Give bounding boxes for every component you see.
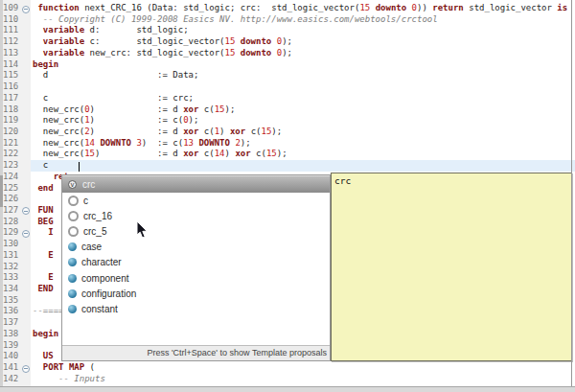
line-number[interactable]: 128 [0,217,31,228]
completion-item-selected[interactable]: v crc [62,175,330,193]
code-line[interactable]: -- Copyright (C) 1999-2008 Easics NV. ht… [31,14,575,26]
fold-marker-icon[interactable] [22,207,30,215]
completion-item[interactable]: crc_5 [62,223,330,239]
code-line[interactable]: begin [31,59,575,71]
code-line[interactable]: c := crc; [31,93,575,104]
keyword-icon [68,305,77,313]
code-line[interactable]: new_crc(1) := c(0); [31,115,575,127]
line-number[interactable]: 112 [0,36,31,48]
line-number[interactable]: 115 [0,70,31,81]
line-number[interactable]: 110 [0,14,31,26]
line-number[interactable]: 131 [0,250,31,262]
completion-item-label: crc [82,179,95,190]
line-number[interactable]: 137 [0,317,31,329]
identifier-icon [68,196,79,206]
line-number[interactable]: 111 [0,25,31,36]
line-number[interactable]: 138 [0,329,31,340]
code-line[interactable] [31,81,575,93]
completion-item[interactable]: case [62,240,330,255]
keyword-icon [68,242,77,251]
line-number[interactable]: 140 [0,351,31,362]
completion-item-label: crc_16 [83,211,112,221]
code-line[interactable]: new_crc(2) := d xor c(1) xor c(15); [31,127,575,138]
window-bottom-edge [0,386,575,392]
doc-tooltip-panel: crc [331,173,572,361]
code-line[interactable]: c [31,160,575,172]
text-caret [79,162,80,172]
completion-item-label: crc_5 [83,226,106,237]
completion-status-bar: Press 'Ctrl+Space' to show Template prop… [62,345,330,360]
code-line[interactable]: PORT MAP ( [31,362,575,374]
keyword-icon [68,274,77,283]
editor-right-border [571,0,572,386]
code-line[interactable]: variable new_crc: std_logic_vector(15 do… [31,48,575,59]
fold-marker-icon[interactable] [22,230,30,238]
line-number[interactable]: 126 [0,194,31,205]
completion-item-label: character [81,257,122,267]
line-number[interactable]: 113 [0,48,31,59]
completion-item[interactable]: configuration [62,286,330,301]
line-number[interactable]: 114 [0,59,31,71]
code-line[interactable]: d := Data; [31,70,575,81]
line-number[interactable]: 122 [0,149,31,160]
line-number[interactable]: 120 [0,127,31,138]
line-number[interactable]: 129 [0,227,31,239]
line-number[interactable]: 139 [0,340,31,352]
completion-item-label: c [83,196,88,206]
line-number[interactable]: 119 [0,115,31,127]
completion-item-label: configuration [81,288,136,299]
line-number[interactable]: 123 [0,160,31,172]
completion-item[interactable]: character [62,255,330,270]
doc-tooltip-text: crc [332,173,571,187]
identifier-icon [68,211,79,221]
line-number[interactable]: 117 [0,93,31,104]
mouse-cursor-icon [136,221,149,240]
line-number[interactable]: 142 [0,374,31,385]
line-number[interactable]: 130 [0,239,31,250]
vhdl-editor: 1081091101111121131141151161171181191201… [0,0,575,392]
keyword-icon [68,258,77,266]
completion-popup: v crc ccrc_16crc_5casecharactercomponent… [61,174,331,361]
fold-marker-icon[interactable] [22,365,30,373]
code-line[interactable]: variable c: std_logic_vector(15 downto 0… [31,36,575,48]
line-number[interactable]: 121 [0,138,31,150]
completion-item[interactable]: constant [62,301,330,316]
completion-item[interactable]: component [62,270,330,286]
line-number[interactable]: 124 [0,172,31,183]
template-icon: v [68,180,77,189]
line-number[interactable]: 109 [0,3,31,14]
line-number[interactable]: 135 [0,295,31,307]
completion-item[interactable]: crc_16 [62,208,330,223]
line-number[interactable]: 116 [0,81,31,93]
line-number[interactable]: 134 [0,284,31,295]
completion-item-label: case [81,242,102,252]
completion-item[interactable]: c [62,193,330,208]
identifier-icon [68,226,79,237]
keyword-icon [68,289,77,298]
code-line[interactable]: variable d: std_logic; [31,25,575,36]
line-number[interactable]: 133 [0,272,31,284]
code-line[interactable]: -- Inputs [31,374,575,385]
code-line[interactable]: new_crc(15) := d xor c(14) xor c(15); [31,149,575,160]
fold-marker-icon[interactable] [22,6,30,13]
line-number[interactable]: 136 [0,306,31,317]
line-number[interactable]: 127 [0,205,31,217]
line-number[interactable]: 125 [0,183,31,195]
code-line[interactable]: new_crc(14 DOWNTO 3) := c(13 DOWNTO 2); [31,138,575,150]
completion-item-label: constant [81,304,118,314]
completion-item-label: component [81,273,128,284]
line-number[interactable]: 141 [0,362,31,374]
line-number-ruler[interactable]: 1081091101111121131141151161171181191201… [0,0,32,392]
code-line[interactable]: function next_CRC_16 (Data: std_logic; c… [31,3,575,14]
code-line[interactable]: new_crc(0) := d xor c(15); [31,104,575,116]
line-number[interactable]: 132 [0,262,31,273]
completion-list: ccrc_16crc_5casecharactercomponentconfig… [62,193,330,345]
line-number[interactable]: 118 [0,104,31,116]
